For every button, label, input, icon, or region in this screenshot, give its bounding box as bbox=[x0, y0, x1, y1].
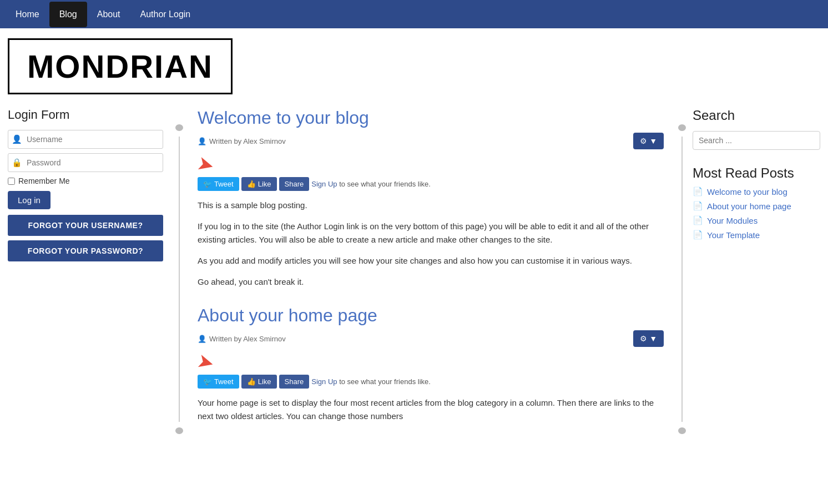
main-nav: Home Blog About Author Login bbox=[0, 0, 828, 28]
gear-dropdown-arrow-2: ▼ bbox=[649, 334, 657, 343]
thumbsup-icon-2: 👍 bbox=[247, 377, 256, 386]
nav-about[interactable]: About bbox=[87, 2, 130, 27]
login-form: 👤 🔒 Remember Me Log in FORGOT YOUR USERN… bbox=[8, 130, 163, 261]
most-read-title: Most Read Posts bbox=[693, 165, 820, 181]
most-read-item-1: 📄 About your home page bbox=[693, 201, 820, 211]
signup-link-1[interactable]: Sign Up bbox=[311, 180, 337, 188]
left-divider bbox=[174, 108, 184, 440]
social-bar-2: 🐦 Tweet 👍 Like Share Sign Up to see what… bbox=[198, 375, 664, 389]
doc-icon-0: 📄 bbox=[693, 187, 703, 196]
lock-icon: 🔒 bbox=[12, 158, 22, 168]
right-divider-dot-bottom bbox=[678, 427, 686, 434]
arrow-annotation-2: ➤ bbox=[198, 352, 664, 374]
gear-icon-2: ⚙ bbox=[640, 334, 647, 343]
doc-icon-2: 📄 bbox=[693, 215, 703, 225]
divider-dot-top bbox=[175, 124, 183, 131]
most-read-link-1[interactable]: About your home page bbox=[707, 201, 791, 211]
like-button-1[interactable]: 👍 Like bbox=[241, 177, 277, 191]
share-button-1[interactable]: Share bbox=[279, 177, 310, 191]
search-section-title: Search bbox=[693, 108, 820, 123]
most-read-item-3: 📄 Your Template bbox=[693, 230, 820, 240]
signup-text-2: Sign Up to see what your friends like. bbox=[311, 377, 431, 386]
red-arrow-2: ➤ bbox=[195, 349, 217, 375]
tweet-label-1: Tweet bbox=[214, 180, 234, 188]
article-2: About your home page 👤 Written by Alex S… bbox=[198, 305, 664, 423]
like-label-1: Like bbox=[258, 180, 271, 188]
signup-suffix-2: to see what your friends like. bbox=[339, 377, 431, 386]
gear-icon-1: ⚙ bbox=[640, 137, 647, 145]
username-input[interactable] bbox=[26, 130, 159, 148]
doc-icon-3: 📄 bbox=[693, 230, 703, 240]
article-2-title: About your home page bbox=[198, 305, 664, 326]
login-button[interactable]: Log in bbox=[8, 191, 51, 209]
article-2-gear-button[interactable]: ⚙ ▼ bbox=[633, 330, 664, 347]
username-input-group: 👤 bbox=[8, 130, 163, 149]
forgot-password-button[interactable]: FORGOT YOUR PASSWORD? bbox=[8, 240, 163, 261]
remember-me-checkbox[interactable] bbox=[8, 178, 15, 185]
article-1-author: 👤 Written by Alex Smirnov bbox=[198, 137, 286, 145]
logo-area: MONDRIAN bbox=[0, 28, 828, 102]
divider-line bbox=[179, 137, 180, 421]
nav-author-login[interactable]: Author Login bbox=[130, 2, 201, 27]
password-input[interactable] bbox=[26, 154, 159, 172]
article-2-para-0: Your home page is set to display the fou… bbox=[198, 396, 664, 423]
left-sidebar: Login Form 👤 🔒 Remember Me Log in FORGOT… bbox=[8, 108, 174, 440]
right-divider bbox=[677, 108, 687, 440]
logo-box: MONDRIAN bbox=[8, 38, 233, 94]
article-1-para-3: Go ahead, you can't break it. bbox=[198, 275, 664, 289]
divider-dot-bottom bbox=[175, 427, 183, 434]
article-1-para-1: If you log in to the site (the Author Lo… bbox=[198, 220, 664, 246]
most-read-link-2[interactable]: Your Modules bbox=[707, 216, 758, 225]
most-read-item-0: 📄 Welcome to your blog bbox=[693, 187, 820, 196]
article-2-body: Your home page is set to display the fou… bbox=[198, 396, 664, 423]
article-1-title: Welcome to your blog bbox=[198, 108, 664, 128]
right-sidebar: Search Most Read Posts 📄 Welcome to your… bbox=[687, 108, 820, 440]
share-button-2[interactable]: Share bbox=[279, 375, 310, 389]
right-divider-line bbox=[681, 137, 683, 421]
logo-text: MONDRIAN bbox=[27, 48, 213, 84]
article-1-author-text: Written by Alex Smirnov bbox=[209, 137, 286, 145]
main-content: Welcome to your blog 👤 Written by Alex S… bbox=[184, 108, 677, 440]
twitter-icon-2: 🐦 bbox=[203, 377, 212, 386]
remember-me-label: Remember Me bbox=[18, 177, 70, 185]
tweet-button-1[interactable]: 🐦 Tweet bbox=[198, 177, 239, 191]
article-1-para-2: As you add and modify articles you will … bbox=[198, 254, 664, 268]
most-read-item-2: 📄 Your Modules bbox=[693, 215, 820, 225]
red-arrow-1: ➤ bbox=[195, 151, 217, 178]
author-icon-2: 👤 bbox=[198, 335, 206, 343]
article-2-author: 👤 Written by Alex Smirnov bbox=[198, 335, 286, 343]
article-1-gear-button[interactable]: ⚙ ▼ bbox=[633, 133, 664, 149]
nav-blog[interactable]: Blog bbox=[49, 2, 87, 27]
signup-suffix-1: to see what your friends like. bbox=[339, 180, 431, 188]
article-1-para-0: This is a sample blog posting. bbox=[198, 199, 664, 212]
thumbsup-icon-1: 👍 bbox=[247, 180, 256, 188]
article-1-body: This is a sample blog posting. If you lo… bbox=[198, 199, 664, 289]
page-layout: Login Form 👤 🔒 Remember Me Log in FORGOT… bbox=[0, 102, 828, 445]
most-read-link-3[interactable]: Your Template bbox=[707, 230, 760, 240]
signup-text-1: Sign Up to see what your friends like. bbox=[311, 180, 431, 188]
remember-me-group: Remember Me bbox=[8, 177, 163, 185]
signup-link-2[interactable]: Sign Up bbox=[311, 377, 337, 386]
like-label-2: Like bbox=[258, 377, 271, 386]
article-2-meta: 👤 Written by Alex Smirnov ⚙ ▼ bbox=[198, 330, 664, 347]
tweet-label-2: Tweet bbox=[214, 377, 234, 386]
nav-home[interactable]: Home bbox=[6, 2, 49, 27]
article-1: Welcome to your blog 👤 Written by Alex S… bbox=[198, 108, 664, 289]
login-form-title: Login Form bbox=[8, 108, 163, 122]
user-icon: 👤 bbox=[12, 134, 22, 144]
arrow-annotation-1: ➤ bbox=[198, 155, 664, 176]
author-icon-1: 👤 bbox=[198, 137, 206, 145]
search-input[interactable] bbox=[693, 131, 820, 150]
right-divider-dot-top bbox=[678, 124, 686, 131]
tweet-button-2[interactable]: 🐦 Tweet bbox=[198, 375, 239, 389]
doc-icon-1: 📄 bbox=[693, 201, 703, 211]
twitter-icon-1: 🐦 bbox=[203, 180, 212, 188]
most-read-list: 📄 Welcome to your blog 📄 About your home… bbox=[693, 187, 820, 240]
like-button-2[interactable]: 👍 Like bbox=[241, 375, 277, 389]
password-input-group: 🔒 bbox=[8, 153, 163, 172]
article-1-meta: 👤 Written by Alex Smirnov ⚙ ▼ bbox=[198, 133, 664, 149]
search-input-wrap bbox=[693, 131, 820, 150]
forgot-username-button[interactable]: FORGOT YOUR USERNAME? bbox=[8, 215, 163, 236]
most-read-link-0[interactable]: Welcome to your blog bbox=[707, 187, 787, 196]
social-bar-1: 🐦 Tweet 👍 Like Share Sign Up to see what… bbox=[198, 177, 664, 191]
